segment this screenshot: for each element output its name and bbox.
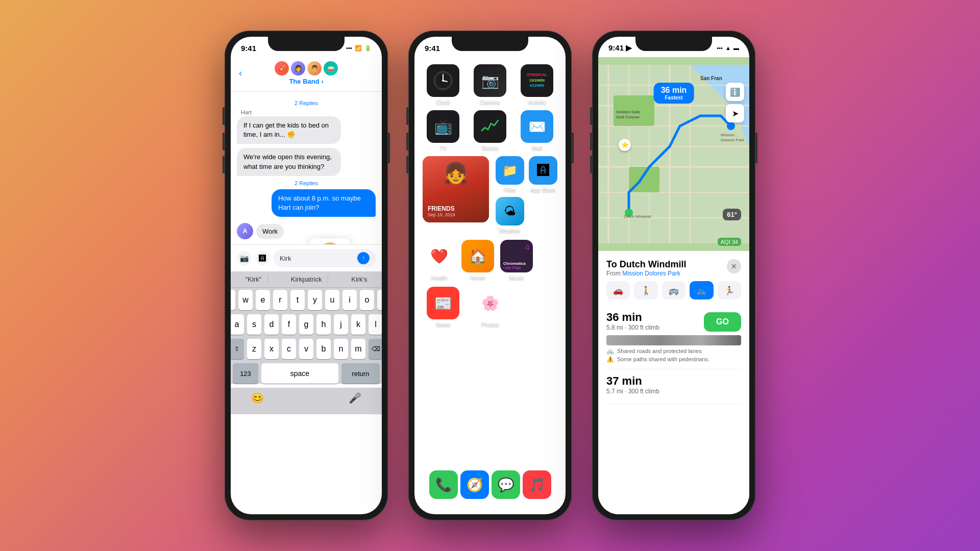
aqi-badge: AQI 34 — [718, 238, 741, 246]
location-button[interactable]: ➤ — [726, 104, 744, 122]
suggestion-popup[interactable]: 👨 Kirk — [309, 238, 350, 244]
app-camera[interactable]: 📷 Camera — [470, 64, 510, 105]
map-area[interactable]: Golden Gate Golf Course San Fran Dutch W… — [598, 57, 749, 251]
camera-compose-icon[interactable]: 📷 — [237, 251, 251, 265]
phone-homescreen: 9:41 ▪▪▪ ▲ ▬ Clock — [408, 31, 572, 520]
key-row-1: q w e r t y u i o p — [233, 290, 380, 310]
key-e[interactable]: e — [256, 290, 270, 310]
key-f[interactable]: f — [282, 314, 296, 335]
dock-safari[interactable]: 🧭 — [460, 470, 489, 499]
reply-count-1[interactable]: 2 Replies — [237, 100, 376, 106]
autocomplete-3[interactable]: Kirk's — [345, 276, 373, 283]
app-health[interactable]: ❤️ Health — [423, 240, 455, 281]
send-button[interactable]: ↑ — [357, 252, 370, 264]
key-y[interactable]: y — [308, 290, 322, 310]
key-r[interactable]: r — [273, 290, 287, 310]
route-duration-2: 37 min — [606, 374, 659, 388]
key-u[interactable]: u — [325, 290, 339, 310]
key-x[interactable]: x — [264, 339, 279, 359]
app-stocks[interactable]: Stocks — [470, 110, 510, 151]
photos-icon: 🌸 — [474, 287, 506, 319]
key-g[interactable]: g — [299, 314, 313, 335]
route-badge: 36 min Fastest — [654, 83, 694, 104]
key-w[interactable]: w — [238, 290, 253, 310]
key-l[interactable]: l — [369, 314, 382, 335]
app-weather[interactable]: 🌤 Weather — [495, 197, 524, 234]
app-mail[interactable]: ✉️ Mail — [517, 110, 557, 151]
dock: 📞 🧭 💬 🎵 — [423, 465, 557, 504]
key-a[interactable]: a — [231, 314, 244, 335]
map-controls[interactable]: ℹ️ ➤ — [726, 83, 744, 122]
key-s[interactable]: s — [247, 314, 261, 335]
app-news[interactable]: 📰 News — [423, 287, 463, 328]
app-tv[interactable]: 📺 TV — [423, 110, 463, 151]
route-main-1: 36 min 5.8 mi · 300 ft climb GO — [606, 311, 741, 333]
status-icons-1: ▪▪▪ 📶 🔋 — [346, 45, 372, 52]
close-directions-button[interactable]: ✕ — [727, 259, 741, 273]
key-m[interactable]: m — [351, 339, 365, 359]
key-123[interactable]: 123 — [233, 363, 258, 384]
key-o[interactable]: o — [360, 290, 374, 310]
alexis-bubble: Work — [256, 224, 284, 239]
key-delete[interactable]: ⌫ — [369, 339, 382, 359]
go-button[interactable]: GO — [704, 312, 741, 332]
transport-transit[interactable]: 🚌 — [662, 281, 685, 299]
emoji-icon[interactable]: 😊 — [251, 392, 264, 404]
dock-music[interactable]: 🎵 — [523, 470, 551, 499]
app-appstore[interactable]: 🅰 App Store — [528, 156, 557, 193]
key-h[interactable]: h — [316, 314, 331, 335]
app-grid-row1: Clock 📷 Camera 375/500CAL 19/30MIN 4/12H… — [414, 59, 566, 110]
route-note-text-2: Some paths shared with pedestrians. — [617, 356, 709, 362]
compose-area[interactable]: 📷 🅰 Kirk ↑ — [231, 244, 382, 271]
key-return[interactable]: return — [341, 363, 380, 384]
mic-icon[interactable]: 🎤 — [349, 392, 361, 404]
photos-widget[interactable]: FRIENDS Sep 10, 2019 👧 — [423, 156, 489, 222]
transport-options[interactable]: 🚗 🚶 🚌 🚲 🏃 — [606, 281, 741, 299]
autocomplete-1[interactable]: "Kirk" — [239, 276, 268, 283]
key-t[interactable]: t — [290, 290, 305, 310]
transport-bike[interactable]: 🚲 — [690, 281, 713, 299]
dock-messages-icon: 💬 — [492, 470, 520, 499]
autocomplete-2[interactable]: Kirkpatrick — [285, 276, 329, 283]
dock-messages[interactable]: 💬 — [492, 470, 520, 499]
svg-text:Dolores Park: Dolores Park — [721, 138, 745, 142]
reply-count-2[interactable]: 2 Replies — [237, 180, 376, 186]
transport-walk[interactable]: 🚶 — [634, 281, 657, 299]
app-home[interactable]: 🏠 Home — [461, 240, 494, 281]
key-d[interactable]: d — [264, 314, 279, 335]
message-input[interactable]: Kirk ↑ — [274, 249, 376, 267]
group-name[interactable]: The Band › — [289, 78, 323, 85]
key-shift[interactable]: ⇧ — [231, 339, 244, 359]
key-k[interactable]: k — [351, 314, 365, 335]
back-button[interactable]: ‹ — [239, 68, 242, 79]
key-z[interactable]: z — [247, 339, 261, 359]
key-c[interactable]: c — [282, 339, 296, 359]
keyboard[interactable]: q w e r t y u i o p a s d f g h j k l — [231, 288, 382, 384]
key-p[interactable]: p — [377, 290, 382, 310]
route-note-1: 🚲 Shared roads and protected lanes — [606, 347, 741, 355]
group-info[interactable]: 🎸 👩 👨 🥁 The Band › — [275, 61, 338, 85]
app-activity[interactable]: 375/500CAL 19/30MIN 4/12HRS Activity — [517, 64, 557, 105]
key-n[interactable]: n — [334, 339, 348, 359]
key-q[interactable]: q — [231, 290, 235, 310]
kirk-avatar: 👨 — [320, 242, 340, 244]
music-note-icon: ♫ — [525, 243, 530, 251]
transport-run[interactable]: 🏃 — [718, 281, 741, 299]
key-space[interactable]: space — [261, 363, 338, 384]
app-photos[interactable]: 🌸 Photos — [470, 287, 510, 328]
transport-car[interactable]: 🚗 — [606, 281, 630, 299]
key-v[interactable]: v — [299, 339, 313, 359]
dock-phone[interactable]: 📞 — [429, 470, 458, 499]
app-files[interactable]: 📁 Files — [495, 156, 524, 193]
apps-compose-icon[interactable]: 🅰 — [255, 251, 270, 265]
music-widget-container[interactable]: ♫ Chromatica Lady Gaga Music — [500, 240, 533, 281]
appstore-label: App Store — [530, 187, 555, 193]
info-button[interactable]: ℹ️ — [726, 83, 744, 101]
empty-cell — [517, 287, 557, 328]
app-clock[interactable]: Clock — [423, 64, 463, 105]
key-b[interactable]: b — [316, 339, 331, 359]
key-row-2: a s d f g h j k l — [233, 314, 380, 335]
key-j[interactable]: j — [334, 314, 348, 335]
key-i[interactable]: i — [342, 290, 357, 310]
autocomplete-bar: "Kirk" Kirkpatrick Kirk's — [231, 271, 382, 288]
